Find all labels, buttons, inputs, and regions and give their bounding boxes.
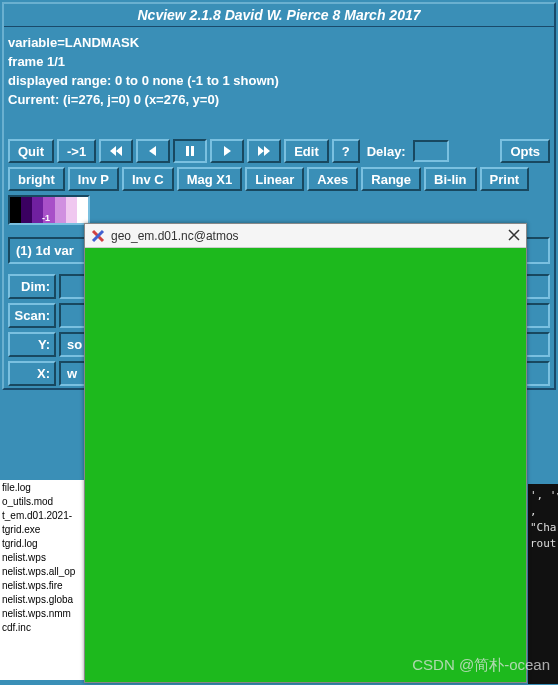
colorbar[interactable]: -1 xyxy=(8,195,90,225)
rewind-icon xyxy=(109,144,123,158)
axes-button[interactable]: Axes xyxy=(307,167,358,191)
forward-icon xyxy=(220,144,234,158)
terminal-line: , xyxy=(530,504,556,520)
scan-label: Scan: xyxy=(8,303,56,328)
close-button[interactable] xyxy=(508,228,520,244)
back-icon xyxy=(146,144,160,158)
popup-title: geo_em.d01.nc@atmos xyxy=(111,229,239,243)
info-range: displayed range: 0 to 0 none (-1 to 1 sh… xyxy=(8,71,550,90)
svg-rect-0 xyxy=(186,146,189,156)
list-item[interactable]: file.log xyxy=(2,481,89,495)
close-icon xyxy=(508,229,520,241)
bilin-button[interactable]: Bi-lin xyxy=(424,167,477,191)
rewind-button[interactable] xyxy=(99,139,133,163)
list-item[interactable]: o_utils.mod xyxy=(2,495,89,509)
list-item[interactable]: tgrid.exe xyxy=(2,523,89,537)
title-bar: Ncview 2.1.8 David W. Pierce 8 March 201… xyxy=(4,4,554,27)
list-item[interactable]: t_em.d01.2021- xyxy=(2,509,89,523)
bright-button[interactable]: bright xyxy=(8,167,65,191)
step-button[interactable]: ->1 xyxy=(57,139,96,163)
info-variable: variable=LANDMASK xyxy=(8,33,550,52)
app-x-icon xyxy=(91,229,105,243)
y-label: Y: xyxy=(8,332,56,357)
invc-button[interactable]: Inv C xyxy=(122,167,174,191)
terminal-line: rout xyxy=(530,536,556,552)
pause-icon xyxy=(183,144,197,158)
info-panel: variable=LANDMASK frame 1/1 displayed ra… xyxy=(4,27,554,111)
list-item[interactable]: nelist.wps.all_op xyxy=(2,565,89,579)
opts-button[interactable]: Opts xyxy=(500,139,550,163)
popup-titlebar[interactable]: geo_em.d01.nc@atmos xyxy=(85,224,526,248)
back-button[interactable] xyxy=(136,139,170,163)
toolbar-view: bright Inv P Inv C Mag X1 Linear Axes Ra… xyxy=(4,165,554,193)
data-canvas[interactable] xyxy=(85,248,526,682)
terminal-line: ', 'v xyxy=(530,488,556,504)
pause-button[interactable] xyxy=(173,139,207,163)
edit-button[interactable]: Edit xyxy=(284,139,329,163)
data-popup-window: geo_em.d01.nc@atmos xyxy=(84,223,527,683)
toolbar-playback: Quit ->1 Edit ? Delay: Opts xyxy=(4,137,554,165)
terminal-window[interactable]: ', 'v , "Cha rout xyxy=(528,484,558,684)
info-frame: frame 1/1 xyxy=(8,52,550,71)
delay-input[interactable] xyxy=(413,140,449,162)
fast-forward-button[interactable] xyxy=(247,139,281,163)
forward-button[interactable] xyxy=(210,139,244,163)
svg-rect-1 xyxy=(191,146,194,156)
x-label: X: xyxy=(8,361,56,386)
file-browser-window[interactable]: file.log o_utils.mod t_em.d01.2021- tgri… xyxy=(0,480,92,680)
colorbar-section: -1 xyxy=(4,193,554,227)
fast-forward-icon xyxy=(257,144,271,158)
list-item[interactable]: cdf.inc xyxy=(2,621,89,635)
terminal-line: "Cha xyxy=(530,520,556,536)
colorbar-tick-neg1: -1 xyxy=(42,213,50,223)
list-item[interactable]: nelist.wps.fire xyxy=(2,579,89,593)
delay-label: Delay: xyxy=(363,144,410,159)
list-item[interactable]: nelist.wps.nmm xyxy=(2,607,89,621)
quit-button[interactable]: Quit xyxy=(8,139,54,163)
linear-button[interactable]: Linear xyxy=(245,167,304,191)
list-item[interactable]: nelist.wps xyxy=(2,551,89,565)
list-item[interactable]: nelist.wps.globa xyxy=(2,593,89,607)
mag-button[interactable]: Mag X1 xyxy=(177,167,243,191)
invp-button[interactable]: Inv P xyxy=(68,167,119,191)
list-item[interactable]: tgrid.log xyxy=(2,537,89,551)
info-current: Current: (i=276, j=0) 0 (x=276, y=0) xyxy=(8,90,550,109)
dim-label: Dim: xyxy=(8,274,56,299)
help-button[interactable]: ? xyxy=(332,139,360,163)
print-button[interactable]: Print xyxy=(480,167,530,191)
range-button[interactable]: Range xyxy=(361,167,421,191)
